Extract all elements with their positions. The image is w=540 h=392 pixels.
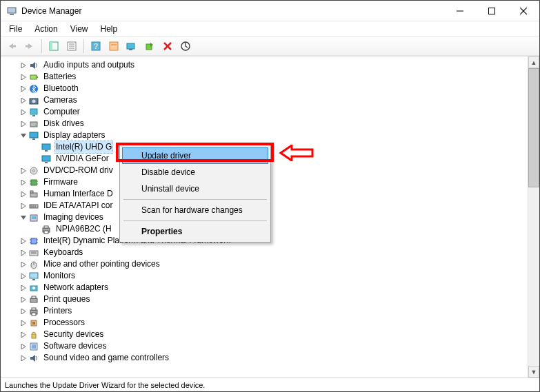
- scroll-up-button[interactable]: ▲: [528, 56, 539, 68]
- tree-node-label: Network adapters: [42, 282, 110, 293]
- bluetooth-icon: [28, 83, 39, 94]
- tree-node-label: Software devices: [42, 340, 108, 352]
- tree-node-label: Security devices: [42, 329, 105, 340]
- svg-rect-67: [30, 273, 38, 278]
- scroll-down-button[interactable]: ▼: [528, 366, 539, 378]
- svg-point-40: [33, 169, 35, 172]
- dvd-icon: [28, 165, 39, 176]
- collapse-icon[interactable]: [19, 213, 28, 223]
- vertical-scrollbar[interactable]: ▲ ▼: [528, 56, 539, 378]
- monitor-icon: [28, 271, 39, 282]
- enable-device-button[interactable]: [141, 39, 158, 54]
- expand-icon[interactable]: [19, 201, 28, 211]
- help-button[interactable]: ?: [88, 39, 104, 54]
- collapse-icon[interactable]: [19, 131, 28, 141]
- chip-icon: [28, 236, 39, 247]
- tree-node-label: Imaging devices: [42, 212, 105, 223]
- tree-node[interactable]: Cameras: [1, 94, 528, 106]
- expand-icon[interactable]: [19, 353, 28, 363]
- show-hide-console-tree-button[interactable]: [46, 39, 62, 54]
- expand-icon[interactable]: [19, 307, 28, 316]
- expand-icon[interactable]: [19, 295, 28, 305]
- expand-icon[interactable]: [19, 318, 28, 328]
- expand-icon[interactable]: [19, 189, 28, 199]
- svg-rect-7: [26, 45, 28, 48]
- expand-icon[interactable]: [19, 178, 28, 187]
- tree-node[interactable]: Security devices: [1, 329, 528, 340]
- context-menu-item[interactable]: Properties: [122, 223, 268, 240]
- context-menu-item[interactable]: Uninstall device: [122, 180, 268, 197]
- tree-node[interactable]: Bluetooth: [1, 83, 528, 94]
- uninstall-device-button[interactable]: [159, 39, 176, 54]
- expand-icon[interactable]: [19, 107, 28, 117]
- printer-icon: [28, 306, 39, 317]
- expand-icon[interactable]: [19, 61, 28, 70]
- svg-rect-33: [30, 132, 38, 138]
- svg-rect-41: [31, 180, 37, 185]
- hid-icon: [28, 189, 39, 200]
- update-driver-button[interactable]: [123, 39, 140, 54]
- context-menu-item[interactable]: Update driver: [122, 147, 268, 164]
- menu-help[interactable]: Help: [95, 23, 123, 35]
- tree-node[interactable]: Computer: [1, 106, 528, 118]
- svg-rect-24: [30, 75, 37, 79]
- menu-view[interactable]: View: [65, 23, 94, 35]
- properties-button[interactable]: [63, 39, 80, 54]
- tree-node[interactable]: Keyboards: [1, 247, 528, 258]
- tree-node[interactable]: Display adapters: [1, 130, 528, 141]
- svg-rect-77: [32, 322, 35, 324]
- tree-node[interactable]: Print queues: [1, 293, 528, 305]
- svg-rect-19: [129, 49, 132, 50]
- expand-icon[interactable]: [19, 248, 28, 258]
- tree-node[interactable]: Batteries: [1, 71, 528, 83]
- svg-rect-75: [32, 313, 36, 316]
- context-menu-item[interactable]: Disable device: [122, 164, 268, 180]
- svg-point-32: [35, 125, 37, 126]
- maximize-button[interactable]: [476, 1, 508, 21]
- software-icon: [28, 341, 39, 352]
- toolbar: ?: [1, 37, 539, 56]
- tree-node[interactable]: Printers: [1, 305, 528, 317]
- expand-icon[interactable]: [19, 260, 28, 269]
- tree-node[interactable]: Monitors: [1, 270, 528, 282]
- expand-icon[interactable]: [19, 271, 28, 281]
- forward-button[interactable]: [21, 39, 38, 54]
- expand-icon[interactable]: [19, 72, 28, 82]
- expand-icon[interactable]: [19, 342, 28, 351]
- minimize-button[interactable]: [444, 1, 476, 21]
- expand-icon[interactable]: [19, 119, 28, 129]
- tree-node[interactable]: Audio inputs and outputs: [1, 59, 528, 71]
- expand-icon[interactable]: [19, 330, 28, 340]
- expand-icon[interactable]: [19, 283, 28, 293]
- expand-icon[interactable]: [19, 84, 28, 94]
- tree-node[interactable]: Network adapters: [1, 282, 528, 293]
- scan-hardware-button[interactable]: [177, 39, 194, 54]
- scroll-track[interactable]: [528, 68, 539, 366]
- tree-node[interactable]: Sound video and game controllers: [1, 352, 528, 364]
- menu-action[interactable]: Action: [29, 23, 63, 35]
- tree-node-label: Intel(R) UHD G: [54, 141, 113, 154]
- scroll-thumb[interactable]: [528, 68, 539, 187]
- expand-icon[interactable]: [19, 96, 28, 105]
- svg-rect-74: [32, 308, 36, 310]
- svg-rect-78: [32, 334, 36, 338]
- svg-rect-56: [44, 231, 48, 234]
- menu-file[interactable]: File: [3, 23, 28, 35]
- action-button[interactable]: [106, 39, 122, 54]
- tree-node[interactable]: Software devices: [1, 340, 528, 352]
- back-button[interactable]: [3, 39, 20, 54]
- close-button[interactable]: [508, 1, 539, 21]
- context-menu-item[interactable]: Scan for hardware changes: [122, 202, 268, 218]
- tree-node-label: NPIA96B2C (H: [54, 223, 113, 235]
- svg-rect-37: [42, 156, 50, 161]
- tree-node-label: Mice and other pointing devices: [42, 258, 161, 270]
- svg-rect-1: [10, 14, 14, 15]
- keyboard-icon: [28, 247, 39, 258]
- expand-icon[interactable]: [19, 236, 28, 246]
- tree-node[interactable]: Processors: [1, 317, 528, 329]
- tree-node[interactable]: Mice and other pointing devices: [1, 258, 528, 270]
- tree-node[interactable]: Disk drives: [1, 118, 528, 130]
- camera-icon: [28, 95, 39, 106]
- cpu-icon: [28, 318, 39, 329]
- expand-icon[interactable]: [19, 166, 28, 176]
